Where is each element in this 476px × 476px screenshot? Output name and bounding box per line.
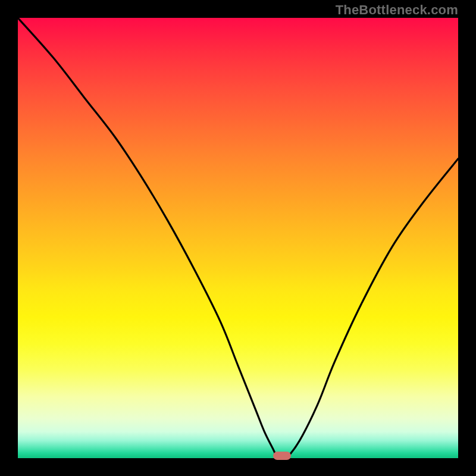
plot-area (18, 18, 458, 458)
watermark-text: TheBottleneck.com (336, 2, 458, 18)
bottleneck-curve (18, 18, 458, 458)
minimum-marker (273, 452, 291, 460)
chart-frame: TheBottleneck.com (0, 0, 476, 476)
curve-svg (18, 18, 458, 458)
